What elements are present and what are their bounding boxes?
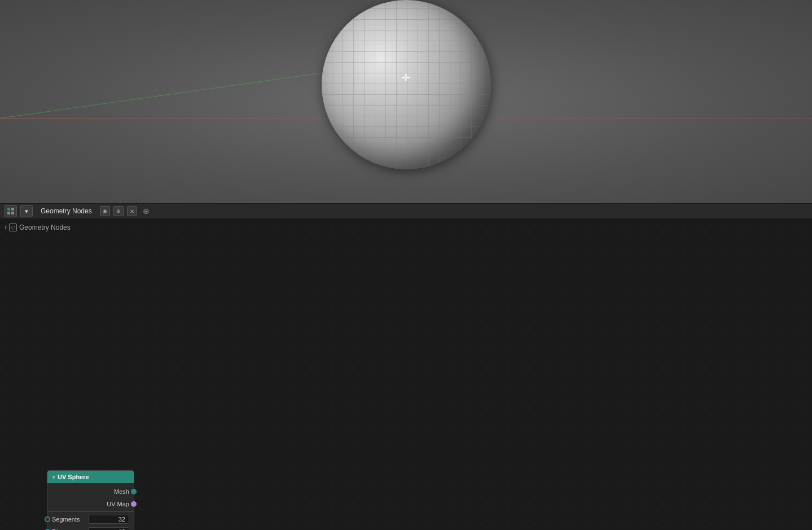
uv-sphere-uvmap-label: UV Map	[52, 501, 129, 507]
segments-socket[interactable]	[45, 516, 50, 522]
uv-sphere-node: ∨ UV Sphere Mesh UV Map Segments 32	[47, 470, 134, 530]
grid-line-green	[0, 73, 322, 119]
uv-sphere-title: UV Sphere	[58, 474, 89, 480]
copy-btn[interactable]: ⊕	[113, 206, 124, 216]
uv-sphere-mesh-label: Mesh	[52, 488, 129, 495]
uv-sphere-uvmap-socket-out[interactable]	[131, 501, 137, 507]
uv-sphere-segments-row: Segments 32	[47, 513, 134, 525]
uv-sphere-mesh-out-row: Mesh	[47, 485, 134, 498]
viewport-background: ✛	[0, 0, 812, 203]
close-btn[interactable]: ✕	[127, 206, 137, 216]
pin-icon[interactable]: ⊕	[143, 207, 150, 216]
rings-value[interactable]: 16	[88, 527, 130, 530]
editor-type-icon[interactable]	[5, 205, 17, 217]
svg-rect-1	[11, 208, 14, 211]
node-tree-btn[interactable]: ◉	[100, 206, 110, 216]
editor-header: ▼ Geometry Nodes ◉ ⊕ ✕ ⊕	[0, 203, 812, 219]
breadcrumb: › ⬡ Geometry Nodes	[5, 224, 71, 231]
uv-sphere-body: Mesh UV Map Segments 32 Rings 16	[47, 483, 134, 530]
3d-viewport[interactable]: ✛	[0, 0, 812, 203]
uv-sphere-header: ∨ UV Sphere	[47, 471, 134, 483]
crosshair-icon: ✛	[400, 71, 413, 85]
uv-sphere-mesh-socket-out[interactable]	[131, 489, 137, 494]
breadcrumb-label: Geometry Nodes	[19, 224, 71, 231]
node-editor[interactable]: › ⬡ Geometry Nodes ∨ UV Sphere Mesh	[0, 219, 812, 530]
svg-rect-2	[7, 212, 10, 214]
svg-rect-0	[7, 208, 10, 211]
segments-value[interactable]: 32	[88, 515, 130, 524]
tab-label: Geometry Nodes	[36, 206, 96, 216]
node-connections	[0, 219, 169, 304]
breadcrumb-arrow: ›	[5, 224, 7, 231]
svg-rect-3	[11, 212, 14, 214]
breadcrumb-node-icon: ⬡	[9, 224, 17, 231]
separator	[47, 511, 134, 512]
sphere-mesh: ✛	[322, 0, 491, 169]
segments-label: Segments	[52, 516, 86, 523]
uv-sphere-rings-row: Rings 16	[47, 525, 134, 530]
workspace-icon[interactable]: ▼	[20, 205, 33, 217]
uv-sphere-uvmap-row: UV Map	[47, 498, 134, 510]
